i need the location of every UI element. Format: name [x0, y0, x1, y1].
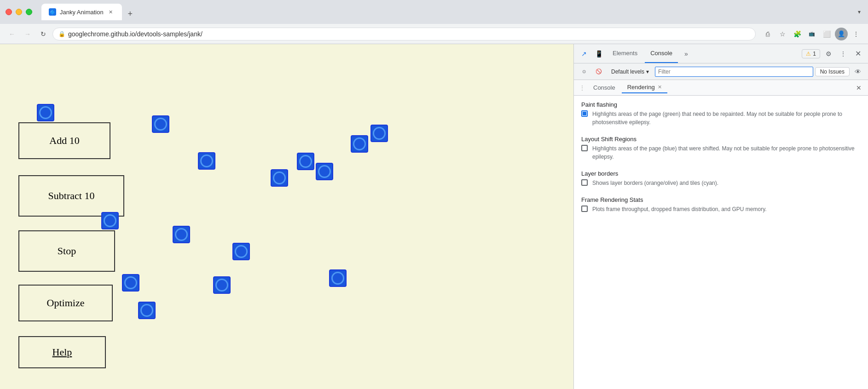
- add10-label: Add 10: [49, 135, 79, 147]
- rendering-tab-close[interactable]: ✕: [658, 84, 662, 90]
- extensions-button[interactable]: 🧩: [791, 28, 804, 40]
- optimize-button[interactable]: Optimize: [18, 285, 113, 321]
- layer-borders-desc: Shows layer borders (orange/olive) and t…: [592, 179, 718, 187]
- split-view-button[interactable]: ⬜: [820, 28, 833, 40]
- layer-borders-option: Layer borders Shows layer borders (orang…: [581, 170, 861, 187]
- devtools-more-button[interactable]: ⋮: [837, 47, 850, 60]
- help-label: Help: [52, 346, 72, 358]
- top-context-button[interactable]: ⊙: [578, 65, 590, 78]
- frame-rendering-desc: Plots frame throughput, dropped frames d…: [592, 205, 767, 213]
- add10-button[interactable]: Add 10: [18, 122, 110, 159]
- animated-square: [198, 152, 215, 170]
- optimize-label: Optimize: [47, 297, 85, 309]
- devtools-panel-tabs: ⋮ Console Rendering ✕ ✕: [574, 80, 868, 96]
- animated-square: [370, 125, 388, 142]
- address-bar[interactable]: 🔒 googlechrome.github.io/devtools-sample…: [52, 28, 756, 40]
- layout-shift-row: Highlights areas of the page (blue) that…: [581, 144, 861, 161]
- layout-shift-checkbox[interactable]: [581, 145, 588, 151]
- share-button[interactable]: ⎙: [761, 28, 774, 40]
- page-content: Add 10 Subtract 10 Stop Optimize Help: [0, 44, 573, 389]
- more-tabs-button[interactable]: »: [680, 47, 693, 60]
- devtools-close-button[interactable]: ✕: [851, 47, 864, 60]
- device-emulation-button[interactable]: 📱: [592, 47, 605, 60]
- layer-borders-checkbox[interactable]: [581, 179, 588, 186]
- tabs-area: 🔷 Janky Animation ✕ +: [41, 4, 852, 20]
- cast-icon[interactable]: 📺: [805, 28, 818, 40]
- stop-button[interactable]: Stop: [18, 230, 115, 272]
- default-levels-label: Default levels: [611, 69, 644, 75]
- animated-square: [329, 269, 347, 287]
- no-issues-button[interactable]: No Issues: [815, 67, 850, 76]
- nav-actions: ⎙ ☆ 🧩 📺 ⬜ 👤 ⋮: [761, 28, 862, 40]
- rendering-panel-content: Paint flashing Highlights areas of the p…: [574, 96, 868, 389]
- tab-title: Janky Animation: [60, 9, 104, 16]
- forward-button[interactable]: →: [21, 28, 34, 40]
- console-clear-button[interactable]: 🚫: [592, 65, 605, 78]
- paint-flashing-label: Paint flashing: [581, 101, 861, 108]
- subtract10-button[interactable]: Subtract 10: [18, 175, 124, 217]
- layer-borders-row: Shows layer borders (orange/olive) and t…: [581, 179, 861, 187]
- layout-shift-desc: Highlights areas of the page (blue) that…: [592, 144, 861, 161]
- warning-count: 1: [813, 51, 816, 57]
- animated-square: [297, 153, 314, 170]
- animated-square: [173, 226, 190, 243]
- bookmark-button[interactable]: ☆: [776, 28, 789, 40]
- devtools-settings-button[interactable]: ⚙: [822, 47, 835, 60]
- drag-handle[interactable]: ⋮: [578, 84, 587, 92]
- tab-rendering-panel[interactable]: Rendering ✕: [622, 82, 667, 93]
- profile-button[interactable]: 👤: [835, 28, 848, 40]
- paint-flashing-desc: Highlights areas of the page (green) tha…: [592, 110, 861, 126]
- new-tab-button[interactable]: +: [124, 7, 137, 20]
- chrome-more-button[interactable]: ⋮: [850, 28, 862, 40]
- refresh-icon: ↻: [41, 30, 46, 38]
- help-button[interactable]: Help: [18, 336, 106, 368]
- animated-square: [271, 169, 288, 187]
- layer-borders-label: Layer borders: [581, 170, 861, 177]
- url-text: googlechrome.github.io/devtools-samples/…: [68, 30, 750, 38]
- eye-icon[interactable]: 👁: [851, 65, 864, 78]
- subtract10-label: Subtract 10: [48, 190, 95, 202]
- tab-close-button[interactable]: ✕: [107, 8, 115, 16]
- animated-square: [138, 302, 156, 319]
- forward-icon: →: [24, 30, 31, 38]
- main-area: Add 10 Subtract 10 Stop Optimize Help: [0, 44, 868, 389]
- layout-shift-label: Layout Shift Regions: [581, 136, 861, 143]
- back-button[interactable]: ←: [6, 28, 18, 40]
- frame-rendering-row: Plots frame throughput, dropped frames d…: [581, 205, 861, 213]
- animated-square: [37, 104, 54, 121]
- tab-favicon: 🔷: [49, 8, 56, 16]
- layout-shift-option: Layout Shift Regions Highlights areas of…: [581, 136, 861, 161]
- devtools-panel: ↗ 📱 Elements Console » ⚠ 1 ⚙ ⋮ ✕: [573, 44, 868, 389]
- animated-square: [122, 274, 139, 292]
- warning-badge[interactable]: ⚠ 1: [802, 49, 820, 58]
- tab-elements[interactable]: Elements: [607, 44, 643, 63]
- chevron-down-icon: ▾: [646, 69, 649, 75]
- navigation-bar: ← → ↻ 🔒 googlechrome.github.io/devtools-…: [0, 24, 868, 44]
- browser-window: 🔷 Janky Animation ✕ + ▾ ← → ↻ 🔒 googlech…: [0, 0, 868, 389]
- console-filter-input[interactable]: [655, 67, 813, 77]
- panel-close-button[interactable]: ✕: [853, 82, 864, 93]
- stop-label: Stop: [58, 245, 76, 257]
- animated-square: [351, 135, 368, 153]
- devtools-toolbar: ↗ 📱 Elements Console » ⚠ 1 ⚙ ⋮ ✕: [574, 44, 868, 63]
- default-levels-dropdown[interactable]: Default levels ▾: [607, 67, 653, 76]
- paint-flashing-option: Paint flashing Highlights areas of the p…: [581, 101, 861, 126]
- element-picker-button[interactable]: ↗: [578, 47, 590, 60]
- animated-square: [152, 115, 169, 133]
- frame-rendering-checkbox[interactable]: [581, 206, 588, 212]
- window-dropdown[interactable]: ▾: [856, 7, 862, 17]
- active-tab[interactable]: 🔷 Janky Animation ✕: [41, 4, 122, 20]
- tab-console-panel[interactable]: Console: [588, 82, 621, 93]
- animated-square: [316, 163, 333, 180]
- tab-console[interactable]: Console: [645, 44, 678, 63]
- warning-icon: ⚠: [806, 51, 811, 57]
- paint-flashing-checkbox[interactable]: [581, 110, 588, 117]
- close-button[interactable]: [6, 9, 12, 15]
- animated-square: [101, 212, 119, 229]
- refresh-button[interactable]: ↻: [37, 28, 50, 40]
- title-bar: 🔷 Janky Animation ✕ + ▾: [0, 0, 868, 24]
- maximize-button[interactable]: [26, 9, 32, 15]
- animated-square: [213, 276, 231, 294]
- minimize-button[interactable]: [16, 9, 22, 15]
- back-icon: ←: [9, 30, 15, 38]
